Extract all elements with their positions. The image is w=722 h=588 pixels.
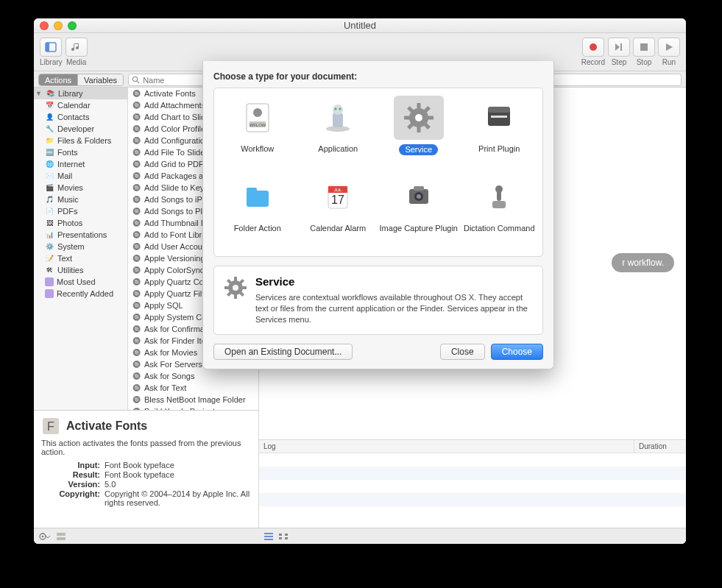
svg-rect-18	[57, 533, 66, 536]
svg-rect-57	[234, 277, 237, 281]
document-type-option[interactable]: Service	[378, 96, 459, 172]
svg-point-5	[132, 77, 137, 81]
svg-point-26	[333, 105, 343, 115]
document-type-option[interactable]: WFLOWWorkflow	[217, 96, 298, 172]
action-info-panel: F Activate Fonts This action activates t…	[34, 410, 259, 528]
svg-point-23	[253, 108, 262, 117]
close-button[interactable]: Close	[440, 344, 485, 360]
stop-button[interactable]	[633, 38, 655, 57]
document-type-option[interactable]: JUL17Calendar Alarm	[298, 175, 379, 252]
workflow-item-icon[interactable]	[56, 532, 66, 541]
library-category[interactable]: 🔧Developer	[34, 123, 127, 135]
library-category[interactable]: 📄PDFs	[34, 205, 127, 217]
info-version-value: 5.0	[105, 480, 251, 489]
type-desc-text: Services are contextual workflows availa…	[255, 292, 534, 325]
tab-variables[interactable]: Variables	[77, 74, 123, 85]
run-icon	[665, 43, 673, 52]
svg-rect-3	[620, 43, 622, 51]
svg-point-54	[495, 185, 503, 193]
document-type-option[interactable]: Dictation Command	[459, 175, 540, 252]
svg-rect-52	[492, 201, 506, 208]
info-version-key: Version:	[41, 480, 100, 489]
document-type-grid: WFLOWWorkflowApplicationServicePrint Plu…	[213, 88, 543, 257]
window-title: Untitled	[34, 20, 686, 31]
sheet-footer: Open an Existing Document... Close Choos…	[213, 344, 543, 360]
actions-variables-segmented: Actions Variables	[38, 74, 124, 86]
action-item[interactable]: 🔘Ask for Text	[128, 382, 258, 394]
record-button[interactable]	[582, 38, 604, 57]
library-category[interactable]: 🔤Fonts	[34, 146, 127, 158]
search-icon	[132, 76, 140, 84]
library-category[interactable]: ✉️Mail	[34, 170, 127, 182]
library-category[interactable]: 📁Files & Folders	[34, 135, 127, 146]
svg-rect-19	[57, 537, 66, 540]
info-input-value: Font Book typeface	[105, 461, 251, 470]
view-flow-icon[interactable]	[278, 531, 289, 542]
library-category[interactable]: 🛠Utilities	[34, 264, 127, 276]
library-category[interactable]: 👤Contacts	[34, 111, 127, 123]
run-button[interactable]	[658, 38, 680, 57]
library-category[interactable]: 🎵Music	[34, 194, 127, 205]
document-type-option[interactable]: Print Plugin	[459, 96, 540, 172]
library-category[interactable]: 📊Presentations	[34, 229, 127, 241]
canvas-footer	[259, 528, 686, 544]
info-result-value: Font Book typeface	[105, 470, 251, 479]
svg-rect-41	[491, 116, 507, 118]
log-area: Log Duration	[259, 439, 686, 528]
library-category[interactable]: 🖼Photos	[34, 217, 127, 229]
log-col-duration[interactable]: Duration	[634, 440, 686, 453]
svg-text:WFLOW: WFLOW	[249, 123, 266, 127]
library-category[interactable]: ⚙️System	[34, 241, 127, 252]
choose-button[interactable]: Choose	[491, 344, 543, 360]
svg-point-50	[417, 194, 421, 199]
document-type-option[interactable]: Image Capture Plugin	[378, 175, 459, 252]
open-existing-button[interactable]: Open an Existing Document...	[213, 344, 353, 360]
action-item[interactable]: 🔘Bless NetBoot Image Folder	[128, 394, 258, 405]
tab-actions[interactable]: Actions	[39, 74, 77, 85]
library-root[interactable]: ▼📚Library	[34, 88, 127, 99]
info-copyright-value: Copyright © 2004–2014 by Apple Inc. All …	[105, 489, 251, 507]
library-category[interactable]: 🎬Movies	[34, 182, 127, 194]
view-list-icon[interactable]	[263, 531, 274, 542]
svg-text:F: F	[47, 420, 54, 433]
svg-rect-32	[417, 127, 420, 132]
info-input-key: Input:	[41, 461, 100, 470]
log-rows	[259, 453, 686, 528]
type-description-box: Service Services are contextual workflow…	[213, 266, 543, 335]
library-category[interactable]: 🌐Internet	[34, 158, 127, 170]
svg-rect-9	[264, 533, 273, 534]
svg-rect-58	[234, 294, 237, 299]
svg-rect-42	[247, 191, 269, 207]
svg-rect-11	[264, 539, 273, 540]
library-category[interactable]: 📅Calendar	[34, 99, 127, 111]
action-item[interactable]: 🔘Ask for Songs	[128, 370, 258, 382]
record-label: Record	[581, 58, 605, 66]
svg-point-30	[415, 114, 422, 121]
info-title: Activate Fonts	[66, 419, 147, 433]
library-toggle-label: Library	[40, 58, 63, 66]
document-type-sheet: Choose a type for your document: WFLOWWo…	[202, 61, 554, 369]
document-type-option[interactable]: Folder Action	[217, 175, 298, 252]
step-button[interactable]	[608, 38, 630, 57]
svg-point-17	[42, 535, 44, 537]
library-toggle-button[interactable]	[40, 38, 62, 57]
svg-rect-33	[404, 116, 410, 120]
run-label: Run	[662, 58, 676, 66]
gear-menu-icon[interactable]	[38, 532, 52, 541]
svg-rect-60	[242, 286, 247, 289]
library-smart-folder[interactable]: Most Used	[34, 276, 127, 288]
automator-window: Untitled Library Media Record Step Stop	[34, 18, 686, 544]
svg-rect-14	[285, 534, 288, 536]
svg-rect-15	[285, 537, 288, 539]
stop-label: Stop	[637, 58, 652, 66]
fontbook-icon: F	[41, 417, 60, 436]
svg-point-56	[233, 285, 238, 291]
library-smart-folder[interactable]: Recently Added	[34, 288, 127, 300]
svg-rect-13	[279, 537, 282, 539]
info-desc: This action activates the fonts passed f…	[41, 439, 251, 456]
library-category[interactable]: 📝Text	[34, 252, 127, 264]
svg-text:17: 17	[331, 194, 344, 206]
log-col-log[interactable]: Log	[259, 440, 634, 453]
media-button[interactable]	[66, 38, 88, 57]
document-type-option[interactable]: Application	[298, 96, 379, 172]
